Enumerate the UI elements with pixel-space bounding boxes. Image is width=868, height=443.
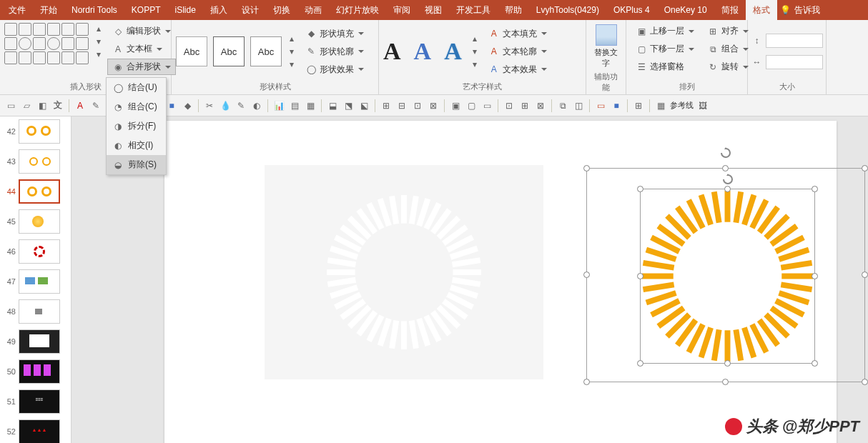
qi-1[interactable]: ▭ bbox=[4, 99, 17, 112]
style-down-icon[interactable]: ▾ bbox=[286, 46, 297, 57]
merge-subtract[interactable]: ◒剪除(S) bbox=[107, 155, 166, 174]
qi-5[interactable]: A bbox=[74, 99, 87, 112]
merge-shapes-button[interactable]: ◉合并形状 bbox=[107, 59, 176, 75]
tab-lvyh[interactable]: LvyhTools(0429) bbox=[529, 0, 606, 20]
tell-me[interactable]: 💡 告诉我 bbox=[780, 4, 820, 16]
rotate-handle-inner[interactable] bbox=[722, 174, 734, 185]
shape-fill-button[interactable]: ◆形状填充 bbox=[300, 26, 369, 42]
group-button[interactable]: ⧉组合 bbox=[702, 41, 754, 57]
thumb-43[interactable]: 43 bbox=[0, 146, 71, 176]
qi-30[interactable]: ⊠ bbox=[534, 99, 547, 112]
thumb-45[interactable]: 45 bbox=[0, 206, 71, 237]
qi-15[interactable]: 📊 bbox=[272, 99, 285, 112]
tab-nordri[interactable]: Nordri Tools bbox=[64, 0, 124, 20]
tab-home[interactable]: 开始 bbox=[33, 0, 64, 20]
qi-10[interactable]: ■ bbox=[165, 99, 178, 112]
qi-29[interactable]: ⊞ bbox=[518, 99, 531, 112]
slide-thumbnails[interactable]: 42434445464748495051≡≡≡52▲▲▲ bbox=[0, 116, 71, 443]
edit-shape-button[interactable]: ◇编辑形状 bbox=[107, 23, 176, 39]
qi-4[interactable]: 文 bbox=[51, 99, 64, 112]
qi-31[interactable]: ⧉ bbox=[556, 99, 569, 112]
thumb-52[interactable]: 52▲▲▲ bbox=[0, 417, 71, 443]
qi-23[interactable]: ⊡ bbox=[411, 99, 424, 112]
thumb-48[interactable]: 48 bbox=[0, 297, 71, 327]
align-button[interactable]: ⊞对齐 bbox=[702, 23, 754, 39]
tab-view[interactable]: 视图 bbox=[418, 0, 449, 20]
wa-more-icon[interactable]: ▾ bbox=[469, 59, 480, 70]
shape-gallery[interactable] bbox=[4, 23, 89, 80]
style-up-icon[interactable]: ▴ bbox=[286, 33, 297, 44]
text-effects-button[interactable]: A文本效果 bbox=[483, 61, 552, 78]
merge-intersect[interactable]: ◐相交(I) bbox=[107, 136, 166, 155]
qi-last[interactable]: 🖼 bbox=[696, 99, 709, 112]
tab-transition[interactable]: 切换 bbox=[266, 0, 297, 20]
text-fill-button[interactable]: A文本填充 bbox=[483, 26, 552, 42]
qi-25[interactable]: ▣ bbox=[449, 99, 462, 112]
send-backward-button[interactable]: ▢下移一层 bbox=[631, 41, 699, 57]
tab-koppt[interactable]: KOPPT bbox=[124, 0, 168, 20]
tab-help[interactable]: 帮助 bbox=[498, 0, 529, 20]
qi-32[interactable]: ◫ bbox=[572, 99, 585, 112]
text-outline-button[interactable]: A文本轮廓 bbox=[483, 44, 552, 60]
bring-forward-button[interactable]: ▣上移一层 bbox=[631, 23, 699, 39]
qi-11[interactable]: ◆ bbox=[181, 99, 194, 112]
qi-35[interactable]: ⊞ bbox=[632, 99, 645, 112]
tab-dev[interactable]: 开发工具 bbox=[449, 0, 498, 20]
qi-28[interactable]: ⊡ bbox=[503, 99, 516, 112]
thumb-46[interactable]: 46 bbox=[0, 237, 71, 267]
merge-union[interactable]: ◯结合(U) bbox=[107, 78, 166, 97]
selection-box-inner[interactable] bbox=[640, 189, 815, 364]
thumb-42[interactable]: 42 bbox=[0, 116, 71, 146]
tab-design[interactable]: 设计 bbox=[235, 0, 266, 20]
thumb-47[interactable]: 47 bbox=[0, 267, 71, 297]
qi-24[interactable]: ⊠ bbox=[427, 99, 440, 112]
tab-jianbao[interactable]: 简报 bbox=[714, 0, 746, 20]
textbox-button[interactable]: A文本框 bbox=[107, 41, 176, 57]
style-gallery[interactable]: Abc Abc Abc bbox=[176, 36, 282, 66]
tab-file[interactable]: 文件 bbox=[1, 0, 33, 20]
qi-3[interactable]: ◧ bbox=[36, 99, 49, 112]
tab-slideshow[interactable]: 幻灯片放映 bbox=[329, 0, 386, 20]
thumb-49[interactable]: 49 bbox=[0, 327, 71, 357]
rotate-button[interactable]: ↻旋转 bbox=[702, 59, 754, 75]
qi-6[interactable]: ✎ bbox=[89, 99, 102, 112]
style-more-icon[interactable]: ▾ bbox=[286, 59, 297, 70]
scroll-up-icon[interactable]: ▴ bbox=[93, 23, 104, 34]
expand-gallery-icon[interactable]: ▾ bbox=[93, 49, 104, 60]
tab-format[interactable]: 格式 bbox=[746, 0, 777, 20]
tab-review[interactable]: 审阅 bbox=[386, 0, 418, 20]
shape-effects-button[interactable]: ◯形状效果 bbox=[300, 61, 369, 78]
qi-22[interactable]: ⊟ bbox=[395, 99, 408, 112]
qi-13[interactable]: ✎ bbox=[235, 99, 247, 112]
qi-eyedrop[interactable]: 💧 bbox=[219, 99, 232, 112]
qi-18[interactable]: ⬓ bbox=[326, 99, 339, 112]
alt-text-button[interactable]: 替换文字 bbox=[591, 23, 621, 70]
thumb-44[interactable]: 44 bbox=[0, 176, 71, 206]
qi-14[interactable]: ◐ bbox=[250, 99, 263, 112]
selection-pane-button[interactable]: ☰选择窗格 bbox=[631, 59, 699, 75]
shape-outline-button[interactable]: ✎形状轮廓 bbox=[300, 44, 369, 60]
tab-insert[interactable]: 插入 bbox=[203, 0, 235, 20]
qi-17[interactable]: ▦ bbox=[304, 99, 317, 112]
tab-okplus[interactable]: OKPlus 4 bbox=[606, 0, 657, 20]
tab-onekey[interactable]: OneKey 10 bbox=[657, 0, 714, 20]
qi-19[interactable]: ⬔ bbox=[342, 99, 355, 112]
tab-islide[interactable]: iSlide bbox=[168, 0, 203, 20]
wa-down-icon[interactable]: ▾ bbox=[469, 46, 480, 57]
qi-12[interactable]: ✂ bbox=[203, 99, 216, 112]
qi-16[interactable]: ▤ bbox=[288, 99, 301, 112]
width-input[interactable] bbox=[766, 55, 823, 69]
qi-2[interactable]: ▱ bbox=[20, 99, 33, 112]
qi-26[interactable]: ▢ bbox=[465, 99, 478, 112]
slide-canvas[interactable] bbox=[71, 116, 868, 443]
height-input[interactable] bbox=[766, 34, 823, 48]
thumb-50[interactable]: 50 bbox=[0, 357, 71, 387]
qi-33[interactable]: ▭ bbox=[594, 99, 607, 112]
wordart-gallery[interactable]: AAA bbox=[383, 38, 462, 65]
qi-27[interactable]: ▭ bbox=[480, 99, 493, 112]
wa-up-icon[interactable]: ▴ bbox=[469, 33, 480, 44]
thumb-51[interactable]: 51≡≡≡ bbox=[0, 387, 71, 417]
qi-21[interactable]: ⊞ bbox=[380, 99, 393, 112]
qi-guides-icon[interactable]: ▦ bbox=[654, 99, 667, 112]
merge-fragment[interactable]: ◑拆分(F) bbox=[107, 116, 166, 136]
